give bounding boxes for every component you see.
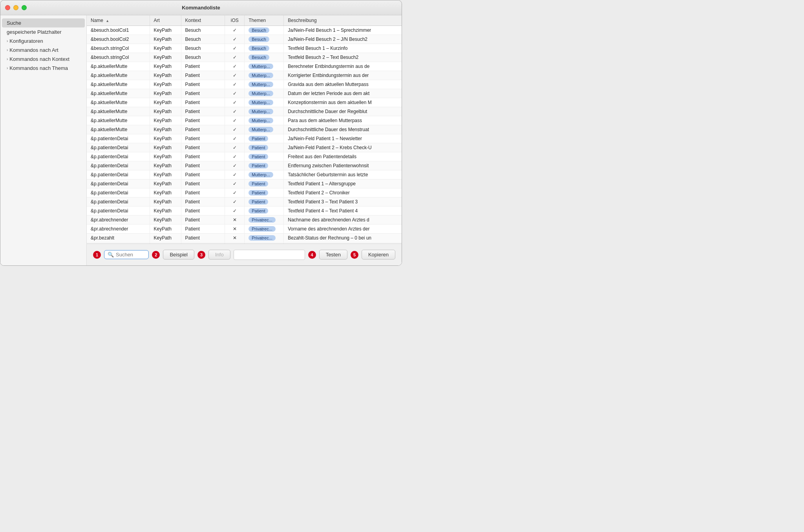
theme-tag: Mutterp... xyxy=(249,118,273,123)
sidebar-item-gespeicherte[interactable]: gespeicherte Platzhalter xyxy=(0,27,86,37)
table-row[interactable]: &p.patientenDetaiKeyPathPatient✓PatientT… xyxy=(87,188,402,197)
cell-ios: ✓ xyxy=(225,179,245,188)
col-header-art[interactable]: Art xyxy=(150,15,181,26)
theme-tag: Patient xyxy=(249,199,268,205)
cell-name: &p.patientenDetai xyxy=(87,143,150,152)
cell-ios: ✓ xyxy=(225,26,245,35)
col-header-themen[interactable]: Themen xyxy=(245,15,284,26)
cell-beschreibung: Berechneter Entbindungstermin aus de xyxy=(284,62,402,71)
sidebar-item-label: Kommandos nach Kontext xyxy=(9,56,69,62)
table-row[interactable]: &p.aktuellerMutteKeyPathPatient✓Mutterp.… xyxy=(87,71,402,80)
close-button[interactable] xyxy=(5,5,10,10)
table-row[interactable]: &p.aktuellerMutteKeyPathPatient✓Mutterp.… xyxy=(87,125,402,134)
theme-tag: Mutterp... xyxy=(249,109,273,114)
search-box[interactable]: 🔍 xyxy=(104,250,149,259)
table-row[interactable]: &p.patientenDetaiKeyPathPatient✓PatientJ… xyxy=(87,143,402,152)
cell-kontext: Patient xyxy=(181,89,225,98)
table-row[interactable]: &besuch.stringColKeyPathBesuch✓BesuchTex… xyxy=(87,53,402,62)
table-row[interactable]: &p.aktuellerMutteKeyPathPatient✓Mutterp.… xyxy=(87,98,402,107)
table-row[interactable]: &p.aktuellerMutteKeyPathPatient✓Mutterp.… xyxy=(87,62,402,71)
text-field[interactable] xyxy=(234,250,305,260)
search-input[interactable] xyxy=(116,252,145,258)
cell-themen: Mutterp... xyxy=(245,125,284,134)
kopieren-button[interactable]: Kopieren xyxy=(362,250,395,260)
cell-beschreibung: Bezahlt-Status der Rechnung – 0 bei un xyxy=(284,234,402,243)
table-row[interactable]: &besuch.stringColKeyPathBesuch✓BesuchTex… xyxy=(87,44,402,53)
col-header-beschreibung[interactable]: Beschreibung xyxy=(284,15,402,26)
cell-kontext: Patient xyxy=(181,197,225,207)
col-header-name[interactable]: Name ▲ xyxy=(87,15,150,26)
cell-kontext: Patient xyxy=(181,71,225,80)
cell-beschreibung: Textfeld Patient 4 – Text Patient 4 xyxy=(284,207,402,216)
table-row[interactable]: &p.aktuellerMutteKeyPathPatient✓Mutterp.… xyxy=(87,116,402,125)
cell-beschreibung: Durchschnittliche Dauer des Menstruat xyxy=(284,125,402,134)
cell-ios: ✕ xyxy=(225,234,245,243)
cell-themen: Mutterp... xyxy=(245,80,284,89)
table-row[interactable]: &p.aktuellerMutteKeyPathPatient✓Mutterp.… xyxy=(87,80,402,89)
cell-art: KeyPath xyxy=(150,161,181,170)
theme-tag: Privatrec... xyxy=(249,235,276,241)
table-container[interactable]: Name ▲ Art Kontext iOS Themen Beschreibu… xyxy=(87,15,402,243)
cell-themen: Privatrec... xyxy=(245,234,284,243)
checkmark-icon: ✓ xyxy=(233,127,237,132)
cell-themen: Patient xyxy=(245,143,284,152)
table-row[interactable]: &p.patientenDetaiKeyPathPatient✓PatientE… xyxy=(87,161,402,170)
sidebar: Suchegespeicherte Platzhalter›Konfigurat… xyxy=(0,15,87,265)
table-row[interactable]: &pr.abrechnenderKeyPathPatient✕Privatrec… xyxy=(87,216,402,225)
theme-tag: Besuch xyxy=(249,55,269,60)
theme-tag: Besuch xyxy=(249,37,269,42)
sidebar-item-suche[interactable]: Suche xyxy=(2,18,85,27)
cell-ios: ✓ xyxy=(225,188,245,197)
cell-name: &pr.abrechnender xyxy=(87,216,150,225)
sidebar-item-konfiguratoren[interactable]: ›Konfiguratoren xyxy=(0,37,86,46)
cell-kontext: Patient xyxy=(181,125,225,134)
traffic-lights xyxy=(5,5,27,10)
table-row[interactable]: &p.aktuellerMutteKeyPathPatient✓Mutterp.… xyxy=(87,89,402,98)
cell-beschreibung: Korrigierter Entbindungstermin aus der xyxy=(284,71,402,80)
table-row[interactable]: &p.patientenDetaiKeyPathPatient✓PatientT… xyxy=(87,207,402,216)
cell-ios: ✓ xyxy=(225,125,245,134)
cell-art: KeyPath xyxy=(150,170,181,179)
info-button[interactable]: Info xyxy=(208,250,230,260)
table-row[interactable]: &besuch.boolCol2KeyPathBesuch✓BesuchJa/N… xyxy=(87,35,402,44)
cell-ios: ✓ xyxy=(225,44,245,53)
sidebar-item-kommandos-art[interactable]: ›Kommandos nach Art xyxy=(0,46,86,55)
sidebar-item-label: Suche xyxy=(7,20,21,26)
table-row[interactable]: &p.patientenDetaiKeyPathPatient✓PatientF… xyxy=(87,152,402,161)
cell-themen: Mutterp... xyxy=(245,62,284,71)
table-row[interactable]: &p.patientenDetaiKeyPathPatient✓PatientT… xyxy=(87,197,402,207)
sidebar-item-label: Kommandos nach Thema xyxy=(9,65,68,71)
col-header-ios[interactable]: iOS xyxy=(225,15,245,26)
beispiel-button[interactable]: Beispiel xyxy=(163,250,194,260)
cell-name: &p.aktuellerMutte xyxy=(87,62,150,71)
col-header-kontext[interactable]: Kontext xyxy=(181,15,225,26)
sidebar-item-kommandos-kontext[interactable]: ›Kommandos nach Kontext xyxy=(0,55,86,64)
sidebar-item-kommandos-thema[interactable]: ›Kommandos nach Thema xyxy=(0,64,86,73)
cell-kontext: Besuch xyxy=(181,44,225,53)
cell-themen: Patient xyxy=(245,188,284,197)
cell-name: &p.patientenDetai xyxy=(87,170,150,179)
theme-tag: Patient xyxy=(249,145,268,150)
table-row[interactable]: &p.patientenDetaiKeyPathPatient✓PatientJ… xyxy=(87,134,402,143)
checkmark-icon: ✓ xyxy=(233,163,237,168)
table-row[interactable]: &pr.bezahltKeyPathPatient✕Privatrec...Be… xyxy=(87,234,402,243)
theme-tag: Patient xyxy=(249,208,268,214)
maximize-button[interactable] xyxy=(22,5,27,10)
theme-tag: Privatrec... xyxy=(249,217,276,223)
cell-kontext: Patient xyxy=(181,152,225,161)
table-row[interactable]: &p.aktuellerMutteKeyPathPatient✓Mutterp.… xyxy=(87,107,402,116)
table-row[interactable]: &p.patientenDetaiKeyPathPatient✓PatientT… xyxy=(87,179,402,188)
table-row[interactable]: &besuch.boolCol1KeyPathBesuch✓BesuchJa/N… xyxy=(87,26,402,35)
cell-kontext: Besuch xyxy=(181,26,225,35)
table-row[interactable]: &p.patientenDetaiKeyPathPatient✓Mutterp.… xyxy=(87,170,402,179)
sidebar-item-label: Kommandos nach Art xyxy=(9,47,58,53)
cell-themen: Patient xyxy=(245,161,284,170)
minimize-button[interactable] xyxy=(13,5,18,10)
cell-kontext: Patient xyxy=(181,107,225,116)
cell-kontext: Patient xyxy=(181,98,225,107)
cell-themen: Besuch xyxy=(245,35,284,44)
cell-themen: Patient xyxy=(245,243,284,244)
testen-button[interactable]: Testen xyxy=(319,250,347,260)
table-row[interactable]: aText ...Patient✕PatientAnrede-Platzhalt… xyxy=(87,243,402,244)
table-row[interactable]: &pr.abrechnenderKeyPathPatient✕Privatrec… xyxy=(87,225,402,234)
